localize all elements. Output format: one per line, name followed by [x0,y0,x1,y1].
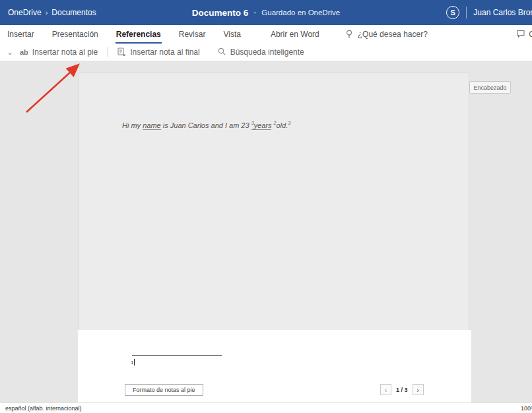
tab-abrir-en-word[interactable]: Abrir en Word [270,25,320,44]
search-icon [217,47,226,58]
lightbulb-icon [345,29,354,40]
status-bar: español (alfab. internacional) 100% [0,402,532,413]
word-online-app: OneDrive › Documentos Documento 6 - Guar… [0,0,532,413]
document-title[interactable]: Documento 6 [192,8,249,18]
footnote-ab-icon: ab [20,48,28,56]
topbar-separator [466,7,467,18]
breadcrumb-chevron-icon: › [46,9,48,16]
tab-vista[interactable]: Vista [222,25,241,44]
footnote-number: 1 [131,360,133,365]
document-canvas: Hi my name is Juan Carlos and I am 23 3y… [0,61,532,402]
insert-footnote-button[interactable]: ab Insertar nota al pie [16,44,102,61]
title-group: Documento 6 - Guardado en OneDrive [192,0,340,25]
breadcrumb-documentos[interactable]: Documentos [51,8,96,17]
header-button[interactable]: Encabezado [469,81,511,94]
tell-me-button[interactable]: ¿Qué desea hacer? [345,25,428,44]
insert-footnote-label: Insertar nota al pie [32,48,98,57]
pager-page-indicator: 1 / 3 [396,387,408,393]
insert-endnote-label: Insertar nota al final [130,48,199,57]
breadcrumb-onedrive[interactable]: OneDrive [8,8,42,17]
user-group: S Juan Carlos Bronc [446,0,532,25]
title-dash: - [253,8,256,17]
skype-icon[interactable]: S [446,6,459,19]
footnote-reference: 3 [288,121,290,125]
text-run-underlined: name [143,121,161,130]
tab-revisar[interactable]: Revisar [178,25,207,44]
footnote-format-button[interactable]: Formato de notas al pie [125,384,203,396]
smart-lookup-label: Búsqueda inteligente [230,48,304,57]
comment-icon [516,29,525,40]
comments-label: C [529,30,532,39]
footnote-separator-line [132,355,222,356]
pager-next-button[interactable]: › [413,384,424,395]
topbar: OneDrive › Documentos Documento 6 - Guar… [0,0,532,25]
insert-endnote-button[interactable]: Insertar nota al final [113,44,203,61]
footnote-pane: 1 Formato de notas al pie ‹ 1 / 3 › [78,330,471,402]
text-run: old. [276,121,288,129]
zoom-level[interactable]: 100% [521,405,532,412]
text-run: Hi my [122,121,143,129]
footnote-entry[interactable]: 1 [131,359,135,365]
breadcrumb: OneDrive › Documentos [8,0,96,25]
text-run: is Juan Carlos and I am 23 [161,121,251,129]
tab-referencias[interactable]: Referencias [116,25,162,44]
document-body-text: Hi my name is Juan Carlos and I am 23 3y… [122,121,290,129]
footnote-pager: ‹ 1 / 3 › [380,384,424,395]
saved-status[interactable]: Guardado en OneDrive [261,9,340,16]
text-run-underlined: 3years [251,121,272,130]
collapse-ribbon-chevron-icon[interactable]: ⌄ [4,48,16,57]
language-status[interactable]: español (alfab. internacional) [5,405,82,412]
ribbon-divider [107,47,108,57]
ribbon-tabs: Insertar Presentación Referencias Revisa… [0,25,532,44]
pager-prev-button[interactable]: ‹ [380,384,391,395]
smart-lookup-button[interactable]: Búsqueda inteligente [213,44,308,61]
text-cursor [134,359,135,365]
endnote-icon [117,47,126,58]
tab-presentacion[interactable]: Presentación [51,25,99,44]
tab-insertar[interactable]: Insertar [7,25,35,44]
user-name[interactable]: Juan Carlos Bronc [473,8,532,17]
tell-me-label: ¿Qué desea hacer? [358,30,428,39]
ribbon-commands: ⌄ ab Insertar nota al pie Insertar nota … [0,44,532,61]
comments-button[interactable]: C [516,25,532,44]
